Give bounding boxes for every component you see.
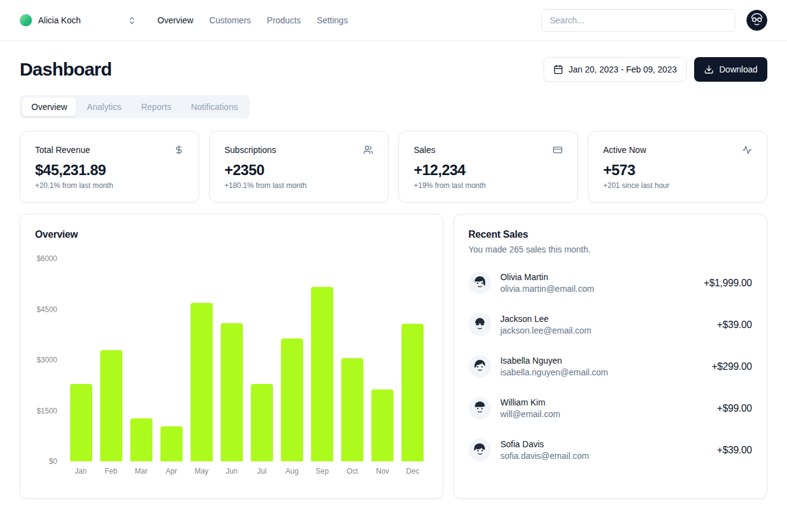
sale-row: William Kim will@email.com +$99.00 [469,397,752,420]
bar[interactable] [341,358,363,461]
y-axis-tick: $6000 [37,254,57,263]
users-icon [363,145,373,155]
stat-title: Total Revenue [35,145,90,155]
bar[interactable] [281,338,303,461]
y-axis-tick: $1500 [37,407,57,415]
overview-chart-card: Overview $6000$4500$3000$1500$0 JanFebMa… [20,214,443,499]
stat-value: +12,234 [414,162,563,179]
user-avatar[interactable] [746,10,767,31]
x-axis-label: Mar [126,467,156,475]
avatar [469,313,491,336]
stats-row: Total Revenue $45,231.89 +20.1% from las… [20,131,767,203]
sale-name: Olivia Martin [500,272,595,282]
stat-change: +201 since last hour [603,181,752,190]
stat-change: +20.1% from last month [35,181,184,190]
stat-title: Active Now [603,145,646,155]
bar[interactable] [160,426,183,461]
x-axis-label: Dec [398,467,428,475]
stat-change: +180.1% from last month [224,181,373,190]
team-name: Alicia Koch [38,15,121,25]
x-axis-label: Feb [96,467,126,475]
page-title: Dashboard [20,59,112,80]
x-axis-label: Apr [156,467,186,475]
bar[interactable] [401,324,424,461]
bar[interactable] [251,384,273,462]
x-axis-label: Jul [247,467,277,475]
sale-amount: +$299.00 [711,361,752,372]
sale-name: William Kim [500,397,560,407]
stat-title: Sales [414,145,435,155]
chart-title: Overview [35,229,428,240]
tab-notifications[interactable]: Notifications [181,98,247,116]
bar[interactable] [191,303,213,462]
team-switcher[interactable]: Alicia Koch [20,14,136,26]
sale-email: jackson.lee@email.com [500,326,591,335]
tab-overview[interactable]: Overview [22,98,76,116]
bar[interactable] [100,350,122,462]
nav-products[interactable]: Products [267,15,301,25]
search-input[interactable] [541,9,735,32]
sale-amount: +$1,999.00 [703,278,752,289]
chart-x-axis: JanFebMarAprMayJunJulAugSepOctNovDec [66,467,428,475]
tab-list: Overview Analytics Reports Notifications [20,95,250,119]
download-icon [704,65,714,74]
bar[interactable] [130,418,152,461]
x-axis-label: Sep [307,467,338,475]
x-axis-label: Nov [368,467,398,475]
sale-email: olivia.martin@email.com [500,284,595,294]
recent-sales-subtitle: You made 265 sales this month. [469,244,752,254]
sale-amount: +$39.00 [717,319,752,331]
x-axis-label: Oct [338,467,368,475]
bar[interactable] [221,323,243,462]
y-axis-tick: $3000 [37,356,57,364]
stat-value: $45,231.89 [35,162,184,179]
chevrons-up-down-icon [127,16,136,25]
stat-card-active-now: Active Now +573 +201 since last hour [588,131,767,203]
bar[interactable] [371,389,394,461]
activity-icon [742,145,752,155]
stat-card-total-revenue: Total Revenue $45,231.89 +20.1% from las… [20,131,199,203]
tab-reports[interactable]: Reports [132,98,180,116]
x-axis-label: Aug [277,467,307,475]
stat-title: Subscriptions [224,145,276,155]
credit-card-icon [553,145,563,155]
sale-row: Sofia Davis sofia.davis@email.com +$39.0… [469,439,752,461]
sale-email: isabella.nguyen@email.com [500,367,608,377]
download-button[interactable]: Download [694,57,767,82]
sale-name: Sofia Davis [500,439,589,449]
top-nav-bar: Alicia Koch Overview Customers Products … [0,0,787,41]
download-label: Download [719,65,757,74]
calendar-icon [553,65,563,74]
chart-y-axis: $6000$4500$3000$1500$0 [35,259,66,461]
recent-sales-list: Olivia Martin olivia.martin@email.com +$… [469,272,752,461]
sale-email: sofia.davis@email.com [500,451,589,461]
sale-row: Jackson Lee jackson.lee@email.com +$39.0… [469,313,752,336]
nav-settings[interactable]: Settings [317,15,348,25]
bar[interactable] [311,287,333,461]
y-axis-tick: $0 [49,457,57,466]
recent-sales-title: Recent Sales [469,229,752,240]
avatar [469,397,491,420]
y-axis-tick: $4500 [37,305,57,314]
tab-analytics[interactable]: Analytics [77,98,130,116]
stat-value: +2350 [224,162,373,179]
avatar [469,439,491,461]
date-range-label: Jan 20, 2023 - Feb 09, 2023 [569,65,677,74]
sale-email: will@email.com [500,409,560,419]
x-axis-label: Jun [216,467,247,475]
date-range-picker[interactable]: Jan 20, 2023 - Feb 09, 2023 [544,57,687,82]
sale-row: Isabella Nguyen isabella.nguyen@email.co… [469,355,752,378]
bar[interactable] [70,384,92,462]
nav-overview[interactable]: Overview [157,15,193,25]
x-axis-label: May [186,467,216,475]
x-axis-label: Jan [66,467,96,475]
avatar [469,355,491,378]
dollar-icon [174,145,184,155]
stat-value: +573 [603,162,752,179]
avatar [469,272,491,294]
sale-amount: +$39.00 [717,445,752,456]
stat-card-subscriptions: Subscriptions +2350 +180.1% from last mo… [209,131,389,203]
bar-plot [66,259,428,461]
nav-customers[interactable]: Customers [209,15,251,25]
sale-row: Olivia Martin olivia.martin@email.com +$… [469,272,752,294]
